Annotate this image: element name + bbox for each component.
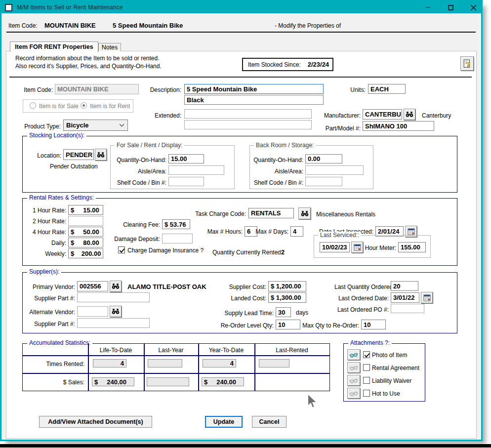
- supplier-part1-field[interactable]: [77, 292, 150, 302]
- update-button[interactable]: Update: [205, 416, 243, 428]
- primary-vendor-field[interactable]: 002556: [77, 281, 108, 291]
- task-charge-code-label: Task Charge Code:: [192, 210, 246, 217]
- alternate-vendor-field[interactable]: [77, 306, 108, 317]
- liability-waiver-label: Liability Waiver: [372, 377, 411, 384]
- max-days-field[interactable]: 4: [290, 226, 303, 237]
- header-item-description: 5 Speed Mountain Bike: [113, 22, 183, 29]
- alternate-vendor-lookup-button[interactable]: [110, 306, 122, 317]
- br-shelf-field[interactable]: [305, 177, 342, 186]
- task-charge-lookup-button[interactable]: [298, 207, 311, 219]
- item-is-for-rent-label: Item is for Rent: [90, 103, 130, 110]
- view-liability-waiver-button[interactable]: [347, 375, 360, 386]
- stats-col-life-to-date: Life-To-Date: [88, 347, 144, 354]
- maximize-button[interactable]: [447, 3, 454, 11]
- fs-qoh-field[interactable]: 15.00: [168, 154, 204, 163]
- fs-qoh-label: Quantity-On-Hand:: [112, 157, 166, 163]
- add-view-attached-documents-button[interactable]: Add/View Attached Document(s): [39, 416, 152, 428]
- landed-cost-field[interactable]: $ 1,300.00: [268, 292, 306, 303]
- supply-lead-time-label: Supply Lead Time:: [224, 310, 274, 317]
- stats-row-divider: [22, 355, 330, 356]
- description-field-1[interactable]: 5 Speed Mountain Bike: [184, 84, 324, 94]
- header-modify-text: - Modify the Properties of: [275, 22, 341, 29]
- sales-ltd: $ 240.00: [92, 377, 134, 386]
- product-type-select[interactable]: Bicycle: [63, 120, 128, 131]
- eyeglasses-icon: [349, 352, 358, 358]
- task-charge-code-field[interactable]: RENTALS: [248, 208, 294, 218]
- charge-damage-insurance-checkbox[interactable]: [118, 246, 125, 253]
- last-ordered-date-calendar-button[interactable]: [421, 292, 433, 303]
- primary-vendor-label: Primary Vendor:: [31, 284, 75, 290]
- units-field[interactable]: EACH: [368, 84, 406, 94]
- view-rental-agreement-button[interactable]: [347, 362, 360, 373]
- last-ordered-date-field[interactable]: 3/01/22: [391, 292, 419, 303]
- rental-agreement-checkbox[interactable]: [363, 364, 370, 371]
- for-sale-display-legend: For Sale / Rent / Display:: [115, 142, 184, 149]
- part-model-field[interactable]: ShIMANO 100: [363, 121, 434, 131]
- accumulated-statistics-legend: Accumulated Statistics:: [27, 339, 92, 346]
- last-qty-ordered-field[interactable]: 20: [391, 281, 418, 291]
- cancel-button[interactable]: Cancel: [252, 416, 286, 428]
- help-button[interactable]: ?: [460, 56, 474, 71]
- supplier-part2-field[interactable]: [77, 318, 150, 328]
- view-hot-to-use-button[interactable]: [347, 388, 360, 399]
- liability-waiver-checkbox[interactable]: [363, 377, 370, 384]
- max-qty-reorder-field[interactable]: 10: [361, 320, 386, 329]
- qty-currently-rented-label: Quantity Currently Rented:: [212, 249, 283, 256]
- intro-line-2: Also record it's Supplier, Prices, and Q…: [15, 63, 162, 70]
- location-field[interactable]: PENDER: [63, 149, 94, 160]
- item-is-for-rent-radio: [81, 102, 87, 109]
- location-label: Location:: [29, 152, 61, 159]
- br-qoh-label: Quantity-On-Hand:: [248, 157, 303, 163]
- rate-2hr-field[interactable]: [68, 216, 103, 226]
- manufacturer-lookup-button[interactable]: [404, 109, 415, 120]
- view-photo-button[interactable]: [347, 349, 360, 360]
- last-serviced-date-field[interactable]: 10/02/23: [320, 242, 350, 252]
- location-lookup-button[interactable]: [95, 149, 107, 161]
- times-rented-label: Times Rented:: [30, 361, 84, 367]
- rate-4hr-label: 4 Hour Rate:: [22, 229, 66, 236]
- attachments-legend: Attachments ?:: [348, 339, 392, 346]
- fs-aisle-field[interactable]: [168, 165, 224, 175]
- rate-1hr-field[interactable]: $ 15.00: [68, 205, 103, 215]
- stats-col-last-year: Last-Year: [144, 347, 198, 354]
- photo-of-item-checkbox[interactable]: [363, 351, 370, 358]
- item-is-for-sale-radio: [30, 102, 36, 109]
- cleaning-fee-field[interactable]: $ 53.76: [162, 219, 190, 229]
- tab-notes[interactable]: Notes: [98, 43, 121, 51]
- rate-weekly-label: Weekly:: [22, 250, 66, 257]
- rate-daily-label: Daily:: [22, 240, 66, 246]
- br-qoh-field[interactable]: 0.00: [305, 154, 342, 163]
- eyeglasses-icon: [349, 378, 358, 383]
- primary-vendor-name: ALAMO TITLE-POST OAK: [127, 283, 206, 290]
- item-code-field: MOUNTAIN BIKE: [55, 84, 139, 94]
- close-button[interactable]: [469, 3, 477, 11]
- tab-item-for-rent-properties[interactable]: Item FOR RENT Properties: [10, 41, 98, 52]
- description-field-2[interactable]: Black: [184, 95, 324, 105]
- eyeglasses-icon: [349, 365, 358, 370]
- fs-shelf-field[interactable]: [168, 177, 204, 186]
- task-charge-name: Miscellaneous Rentals: [316, 211, 375, 218]
- manufacturer-field[interactable]: CANTERBU: [363, 109, 402, 120]
- rental-agreement-label: Rental Agreement: [372, 365, 419, 371]
- binoculars-icon: [97, 152, 105, 158]
- extended-field-1[interactable]: [184, 109, 312, 119]
- br-aisle-label: Aisle/Area:: [248, 168, 303, 175]
- br-aisle-field[interactable]: [305, 165, 364, 175]
- rate-weekly-field[interactable]: $ 200.00: [68, 248, 103, 258]
- rate-daily-field[interactable]: $ 80.00: [68, 238, 103, 247]
- supply-lead-time-field[interactable]: 30: [276, 307, 291, 317]
- hour-meter-field[interactable]: 155.00: [398, 242, 426, 252]
- supplier-cost-field[interactable]: $ 1,200.00: [268, 281, 306, 291]
- extended-field-2[interactable]: [184, 120, 312, 129]
- minimize-button[interactable]: [424, 3, 432, 11]
- reorder-level-field[interactable]: 10: [276, 320, 300, 329]
- rate-4hr-field[interactable]: $ 50.00: [68, 227, 103, 237]
- minimize-icon: [425, 7, 430, 8]
- hot-to-use-checkbox[interactable]: [363, 390, 370, 397]
- last-ordered-po-field[interactable]: [391, 304, 424, 313]
- screen: M/M Items to Sell or Rent Maintenance It…: [0, 0, 491, 448]
- damage-deposit-field[interactable]: [162, 234, 193, 244]
- hot-to-use-label: Hot to Use: [372, 390, 400, 397]
- primary-vendor-lookup-button[interactable]: [110, 281, 122, 292]
- qty-currently-rented-value: 2: [281, 248, 285, 256]
